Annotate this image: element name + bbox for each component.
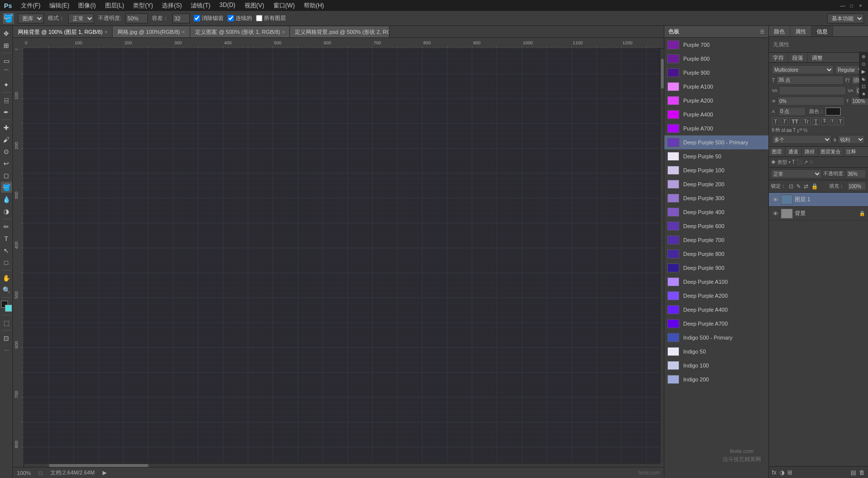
channels-tab[interactable]: 通道: [785, 147, 802, 156]
mode-select[interactable]: 正常: [68, 13, 94, 23]
layer-comp-tab[interactable]: 图层复合: [818, 147, 844, 156]
tab-3[interactable]: 定义网格背景.psd @ 500% (形状 2, RGB/8) ×: [290, 26, 389, 37]
tab-2[interactable]: 定义图案 @ 500% (形状 1, RGB/8) ×: [190, 26, 290, 37]
swatch-item[interactable]: Indigo 50: [664, 345, 768, 358]
swatch-item[interactable]: Deep Purple A700: [664, 317, 768, 331]
main-canvas[interactable]: [24, 49, 660, 463]
contiguous-checkbox-label[interactable]: 连续的: [228, 14, 252, 22]
scrollbar-thumb-h[interactable]: [49, 464, 148, 467]
swatch-item[interactable]: Deep Purple 50: [664, 149, 768, 163]
move-tool[interactable]: ✥: [1, 28, 12, 39]
fill-input[interactable]: [847, 182, 866, 191]
tab-0[interactable]: 网格背景 @ 100% (图层 1, RGB/8) ×: [13, 26, 113, 37]
maximize-button[interactable]: □: [848, 2, 855, 9]
minimize-button[interactable]: —: [839, 2, 846, 9]
kind-filter-type[interactable]: T: [792, 159, 795, 165]
scrollbar-thumb-v[interactable]: [661, 59, 664, 89]
all-layers-checkbox[interactable]: [256, 15, 262, 21]
baseline-input[interactable]: [778, 107, 806, 116]
swatch-item[interactable]: Purple A400: [664, 108, 768, 121]
para-tab[interactable]: 段落: [788, 53, 808, 62]
workspace-select[interactable]: 基本功能: [827, 13, 864, 23]
vertical-scrollbar[interactable]: [660, 49, 664, 463]
scale-v-input[interactable]: [777, 97, 845, 106]
swatch-item[interactable]: Deep Purple 800: [664, 247, 768, 261]
menu-help[interactable]: 帮助(H): [300, 0, 328, 11]
strikethrough-btn[interactable]: T̶: [821, 118, 828, 125]
paths-tab[interactable]: 路径: [802, 147, 818, 156]
lock-pixels[interactable]: ✎: [796, 183, 801, 190]
dodge-tool[interactable]: ◑: [1, 206, 12, 217]
fill-type-select[interactable]: 图库 图案: [18, 13, 44, 23]
tab-1[interactable]: 网格.jpg @ 100%(RGB/8) ×: [113, 26, 190, 37]
all-layers-checkbox-label[interactable]: 所有图层: [256, 14, 286, 22]
liga-aa[interactable]: aa: [786, 127, 792, 133]
kind-filter-pixel[interactable]: •: [789, 159, 791, 165]
type-tool[interactable]: T: [1, 233, 12, 244]
kind-filter-smart[interactable]: ↗: [804, 159, 808, 165]
swatch-item[interactable]: Deep Purple 600: [664, 219, 768, 233]
lasso-tool[interactable]: ⌒: [1, 67, 12, 78]
lock-all[interactable]: 🔒: [811, 183, 818, 190]
swatch-item[interactable]: Purple 700: [664, 38, 768, 52]
aa-select[interactable]: 锐利: [838, 135, 865, 144]
swatch-item[interactable]: Deep Purple A100: [664, 275, 768, 289]
swatch-item[interactable]: Deep Purple 400: [664, 205, 768, 219]
new-group-btn[interactable]: ⊞: [787, 469, 792, 476]
tab-properties[interactable]: 属性: [790, 26, 812, 36]
side-icon-4[interactable]: ☯: [862, 76, 866, 82]
kind-filter-effect[interactable]: ♢: [809, 159, 814, 165]
zoom-tool[interactable]: 🔍: [1, 284, 12, 295]
underline-btn[interactable]: T: [812, 118, 820, 125]
font-family-select[interactable]: Multicolore: [772, 65, 834, 74]
layer-1-visibility[interactable]: 👁: [772, 197, 779, 203]
stamp-tool[interactable]: ⊙: [1, 146, 12, 157]
marquee-tool[interactable]: ▭: [1, 55, 12, 66]
language-select[interactable]: 多个: [772, 135, 832, 144]
side-icon-5[interactable]: ⊡: [862, 84, 866, 89]
paint-bucket-tool[interactable]: 🪣: [3, 13, 14, 24]
swatch-item[interactable]: Purple 900: [664, 66, 768, 80]
crop-tool[interactable]: ⌸: [1, 95, 12, 106]
layer-bg-visibility[interactable]: 👁: [772, 211, 779, 217]
tab-2-close[interactable]: ×: [282, 29, 285, 35]
kerning-input[interactable]: [779, 86, 846, 95]
menu-edit[interactable]: 编辑(E): [45, 0, 73, 11]
swatch-item[interactable]: Deep Purple 700: [664, 233, 768, 247]
opacity-input[interactable]: [125, 13, 148, 23]
char-color-swatch[interactable]: [826, 108, 841, 116]
tab-0-close[interactable]: ×: [105, 29, 108, 35]
char-tab[interactable]: 字符: [769, 53, 788, 62]
contiguous-checkbox[interactable]: [228, 15, 234, 21]
swatches-list[interactable]: Purple 700 Purple 800 Purple 900 Purple …: [664, 38, 768, 478]
adjust-tab[interactable]: 调整: [808, 53, 827, 62]
close-button[interactable]: ×: [857, 2, 864, 9]
add-mask-btn[interactable]: ◑: [779, 469, 784, 476]
swatch-item[interactable]: Indigo 200: [664, 372, 768, 386]
side-icon-1[interactable]: ⊕: [862, 54, 866, 59]
layer-opacity-input[interactable]: [846, 169, 866, 178]
lock-position[interactable]: ⇄: [804, 183, 808, 190]
swatch-item[interactable]: Deep Purple A400: [664, 303, 768, 317]
swatch-item[interactable]: Purple 800: [664, 52, 768, 66]
swatch-item[interactable]: Purple A100: [664, 80, 768, 94]
brush-tool[interactable]: 🖌: [1, 134, 12, 145]
pen-tool[interactable]: ✏: [1, 221, 12, 232]
liga-1st[interactable]: 1st: [797, 127, 802, 133]
tab-1-close[interactable]: ×: [182, 29, 185, 35]
menu-filter[interactable]: 滤镜(T): [187, 0, 214, 11]
layer-item-1[interactable]: 👁 图层 1: [769, 193, 868, 207]
swatches-menu-icon[interactable]: ☰: [760, 29, 764, 34]
tab-info[interactable]: 信息: [812, 26, 833, 36]
blur-tool[interactable]: 💧: [1, 194, 12, 205]
background-color[interactable]: [5, 305, 12, 312]
swatch-item[interactable]: Indigo 500 - Primary: [664, 331, 768, 345]
swatch-item[interactable]: Deep Purple 200: [664, 177, 768, 191]
swatch-item[interactable]: Deep Purple 900: [664, 261, 768, 275]
menu-image[interactable]: 图像(I): [74, 0, 100, 11]
layer-item-bg[interactable]: 👁 背景 🔒: [769, 207, 868, 221]
menu-window[interactable]: 窗口(W): [269, 0, 299, 11]
font-size-input[interactable]: [776, 76, 844, 85]
history-brush-tool[interactable]: ↩: [1, 158, 12, 169]
tab-color[interactable]: 颜色: [769, 26, 790, 36]
